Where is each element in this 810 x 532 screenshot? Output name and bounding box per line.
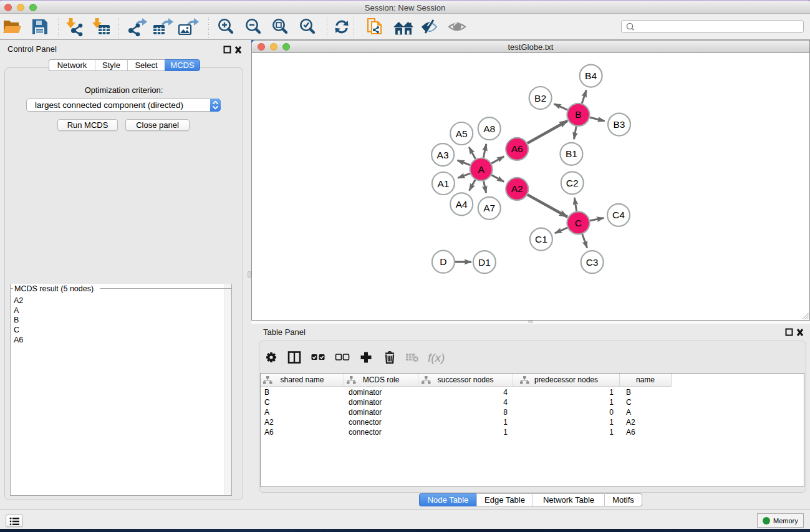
svg-text:A4: A4 — [456, 199, 468, 210]
svg-text:B: B — [575, 109, 581, 120]
svg-text:A7: A7 — [483, 203, 495, 213]
svg-text:B4: B4 — [585, 70, 597, 81]
svg-text:C4: C4 — [612, 210, 625, 220]
svg-text:C3: C3 — [586, 257, 599, 268]
svg-text:D1: D1 — [478, 257, 491, 268]
svg-text:A2: A2 — [511, 183, 523, 194]
svg-text:A3: A3 — [437, 150, 449, 160]
svg-text:B1: B1 — [566, 148, 577, 159]
svg-text:A: A — [478, 164, 485, 175]
svg-text:A5: A5 — [456, 128, 468, 139]
svg-text:C2: C2 — [566, 178, 579, 188]
svg-text:A1: A1 — [437, 178, 449, 189]
svg-text:C: C — [575, 218, 582, 228]
svg-text:A6: A6 — [511, 143, 523, 154]
svg-text:B3: B3 — [614, 119, 625, 130]
svg-text:C1: C1 — [535, 234, 547, 244]
svg-text:A8: A8 — [483, 123, 495, 134]
svg-text:B2: B2 — [534, 93, 546, 104]
svg-text:f(x): f(x) — [428, 351, 445, 364]
svg-text:D: D — [440, 256, 446, 267]
